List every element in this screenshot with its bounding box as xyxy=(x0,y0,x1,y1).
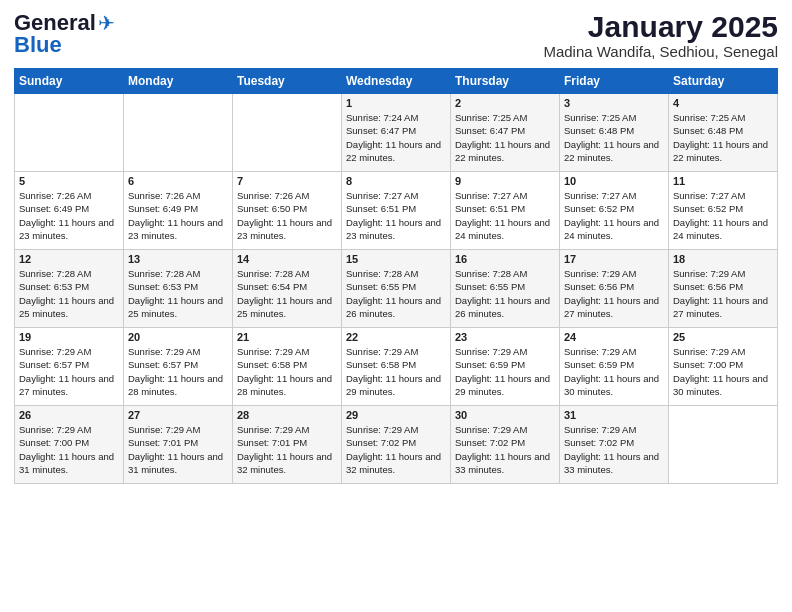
day-info: Sunrise: 7:29 AMSunset: 6:56 PMDaylight:… xyxy=(673,267,773,320)
calendar-week-2: 5Sunrise: 7:26 AMSunset: 6:49 PMDaylight… xyxy=(15,172,778,250)
calendar-cell: 20Sunrise: 7:29 AMSunset: 6:57 PMDayligh… xyxy=(124,328,233,406)
day-info: Sunrise: 7:29 AMSunset: 6:59 PMDaylight:… xyxy=(455,345,555,398)
day-number: 17 xyxy=(564,253,664,265)
calendar-week-5: 26Sunrise: 7:29 AMSunset: 7:00 PMDayligh… xyxy=(15,406,778,484)
day-number: 27 xyxy=(128,409,228,421)
day-info: Sunrise: 7:25 AMSunset: 6:48 PMDaylight:… xyxy=(564,111,664,164)
day-info: Sunrise: 7:24 AMSunset: 6:47 PMDaylight:… xyxy=(346,111,446,164)
day-number: 11 xyxy=(673,175,773,187)
day-info: Sunrise: 7:28 AMSunset: 6:55 PMDaylight:… xyxy=(346,267,446,320)
calendar-cell: 16Sunrise: 7:28 AMSunset: 6:55 PMDayligh… xyxy=(451,250,560,328)
day-info: Sunrise: 7:28 AMSunset: 6:53 PMDaylight:… xyxy=(128,267,228,320)
day-info: Sunrise: 7:29 AMSunset: 6:58 PMDaylight:… xyxy=(346,345,446,398)
day-number: 23 xyxy=(455,331,555,343)
calendar-cell xyxy=(669,406,778,484)
day-info: Sunrise: 7:29 AMSunset: 6:57 PMDaylight:… xyxy=(128,345,228,398)
calendar-table: Sunday Monday Tuesday Wednesday Thursday… xyxy=(14,68,778,484)
calendar-cell: 5Sunrise: 7:26 AMSunset: 6:49 PMDaylight… xyxy=(15,172,124,250)
calendar-cell: 15Sunrise: 7:28 AMSunset: 6:55 PMDayligh… xyxy=(342,250,451,328)
day-number: 2 xyxy=(455,97,555,109)
day-info: Sunrise: 7:29 AMSunset: 7:02 PMDaylight:… xyxy=(564,423,664,476)
logo: General ✈ Blue xyxy=(14,10,115,58)
calendar-cell: 23Sunrise: 7:29 AMSunset: 6:59 PMDayligh… xyxy=(451,328,560,406)
day-number: 9 xyxy=(455,175,555,187)
day-number: 19 xyxy=(19,331,119,343)
day-info: Sunrise: 7:29 AMSunset: 6:56 PMDaylight:… xyxy=(564,267,664,320)
day-info: Sunrise: 7:29 AMSunset: 7:02 PMDaylight:… xyxy=(346,423,446,476)
calendar-cell: 28Sunrise: 7:29 AMSunset: 7:01 PMDayligh… xyxy=(233,406,342,484)
day-info: Sunrise: 7:28 AMSunset: 6:54 PMDaylight:… xyxy=(237,267,337,320)
col-saturday: Saturday xyxy=(669,69,778,94)
day-info: Sunrise: 7:26 AMSunset: 6:49 PMDaylight:… xyxy=(128,189,228,242)
calendar-week-1: 1Sunrise: 7:24 AMSunset: 6:47 PMDaylight… xyxy=(15,94,778,172)
day-number: 26 xyxy=(19,409,119,421)
calendar-cell xyxy=(15,94,124,172)
calendar-cell: 19Sunrise: 7:29 AMSunset: 6:57 PMDayligh… xyxy=(15,328,124,406)
header: General ✈ Blue January 2025 Madina Wandi… xyxy=(14,10,778,60)
day-info: Sunrise: 7:29 AMSunset: 6:57 PMDaylight:… xyxy=(19,345,119,398)
day-number: 8 xyxy=(346,175,446,187)
calendar-cell: 21Sunrise: 7:29 AMSunset: 6:58 PMDayligh… xyxy=(233,328,342,406)
main-container: General ✈ Blue January 2025 Madina Wandi… xyxy=(0,0,792,494)
col-friday: Friday xyxy=(560,69,669,94)
calendar-cell: 13Sunrise: 7:28 AMSunset: 6:53 PMDayligh… xyxy=(124,250,233,328)
calendar-cell xyxy=(124,94,233,172)
day-number: 28 xyxy=(237,409,337,421)
calendar-title: January 2025 xyxy=(543,10,778,43)
header-row: Sunday Monday Tuesday Wednesday Thursday… xyxy=(15,69,778,94)
day-info: Sunrise: 7:29 AMSunset: 6:58 PMDaylight:… xyxy=(237,345,337,398)
day-number: 16 xyxy=(455,253,555,265)
day-number: 25 xyxy=(673,331,773,343)
day-info: Sunrise: 7:29 AMSunset: 7:00 PMDaylight:… xyxy=(673,345,773,398)
calendar-cell: 18Sunrise: 7:29 AMSunset: 6:56 PMDayligh… xyxy=(669,250,778,328)
calendar-cell: 11Sunrise: 7:27 AMSunset: 6:52 PMDayligh… xyxy=(669,172,778,250)
day-number: 5 xyxy=(19,175,119,187)
logo-bird-icon: ✈ xyxy=(98,11,115,35)
day-number: 13 xyxy=(128,253,228,265)
day-info: Sunrise: 7:27 AMSunset: 6:51 PMDaylight:… xyxy=(455,189,555,242)
day-info: Sunrise: 7:29 AMSunset: 7:01 PMDaylight:… xyxy=(128,423,228,476)
day-info: Sunrise: 7:29 AMSunset: 7:02 PMDaylight:… xyxy=(455,423,555,476)
day-info: Sunrise: 7:25 AMSunset: 6:48 PMDaylight:… xyxy=(673,111,773,164)
day-info: Sunrise: 7:29 AMSunset: 6:59 PMDaylight:… xyxy=(564,345,664,398)
day-number: 29 xyxy=(346,409,446,421)
calendar-cell: 14Sunrise: 7:28 AMSunset: 6:54 PMDayligh… xyxy=(233,250,342,328)
calendar-cell xyxy=(233,94,342,172)
calendar-cell: 26Sunrise: 7:29 AMSunset: 7:00 PMDayligh… xyxy=(15,406,124,484)
calendar-cell: 30Sunrise: 7:29 AMSunset: 7:02 PMDayligh… xyxy=(451,406,560,484)
calendar-cell: 1Sunrise: 7:24 AMSunset: 6:47 PMDaylight… xyxy=(342,94,451,172)
day-number: 22 xyxy=(346,331,446,343)
day-number: 10 xyxy=(564,175,664,187)
calendar-subtitle: Madina Wandifa, Sedhiou, Senegal xyxy=(543,43,778,60)
col-thursday: Thursday xyxy=(451,69,560,94)
col-wednesday: Wednesday xyxy=(342,69,451,94)
day-number: 14 xyxy=(237,253,337,265)
day-number: 12 xyxy=(19,253,119,265)
day-info: Sunrise: 7:26 AMSunset: 6:49 PMDaylight:… xyxy=(19,189,119,242)
calendar-cell: 12Sunrise: 7:28 AMSunset: 6:53 PMDayligh… xyxy=(15,250,124,328)
calendar-cell: 8Sunrise: 7:27 AMSunset: 6:51 PMDaylight… xyxy=(342,172,451,250)
day-number: 30 xyxy=(455,409,555,421)
calendar-cell: 27Sunrise: 7:29 AMSunset: 7:01 PMDayligh… xyxy=(124,406,233,484)
day-number: 18 xyxy=(673,253,773,265)
col-monday: Monday xyxy=(124,69,233,94)
calendar-cell: 7Sunrise: 7:26 AMSunset: 6:50 PMDaylight… xyxy=(233,172,342,250)
day-info: Sunrise: 7:25 AMSunset: 6:47 PMDaylight:… xyxy=(455,111,555,164)
calendar-cell: 10Sunrise: 7:27 AMSunset: 6:52 PMDayligh… xyxy=(560,172,669,250)
calendar-cell: 25Sunrise: 7:29 AMSunset: 7:00 PMDayligh… xyxy=(669,328,778,406)
calendar-cell: 3Sunrise: 7:25 AMSunset: 6:48 PMDaylight… xyxy=(560,94,669,172)
calendar-cell: 2Sunrise: 7:25 AMSunset: 6:47 PMDaylight… xyxy=(451,94,560,172)
day-number: 15 xyxy=(346,253,446,265)
day-info: Sunrise: 7:28 AMSunset: 6:55 PMDaylight:… xyxy=(455,267,555,320)
calendar-cell: 22Sunrise: 7:29 AMSunset: 6:58 PMDayligh… xyxy=(342,328,451,406)
day-info: Sunrise: 7:27 AMSunset: 6:52 PMDaylight:… xyxy=(673,189,773,242)
calendar-cell: 24Sunrise: 7:29 AMSunset: 6:59 PMDayligh… xyxy=(560,328,669,406)
day-number: 31 xyxy=(564,409,664,421)
day-number: 4 xyxy=(673,97,773,109)
calendar-cell: 29Sunrise: 7:29 AMSunset: 7:02 PMDayligh… xyxy=(342,406,451,484)
day-info: Sunrise: 7:27 AMSunset: 6:51 PMDaylight:… xyxy=(346,189,446,242)
col-sunday: Sunday xyxy=(15,69,124,94)
title-block: January 2025 Madina Wandifa, Sedhiou, Se… xyxy=(543,10,778,60)
calendar-cell: 9Sunrise: 7:27 AMSunset: 6:51 PMDaylight… xyxy=(451,172,560,250)
logo-blue-text: Blue xyxy=(14,32,62,58)
